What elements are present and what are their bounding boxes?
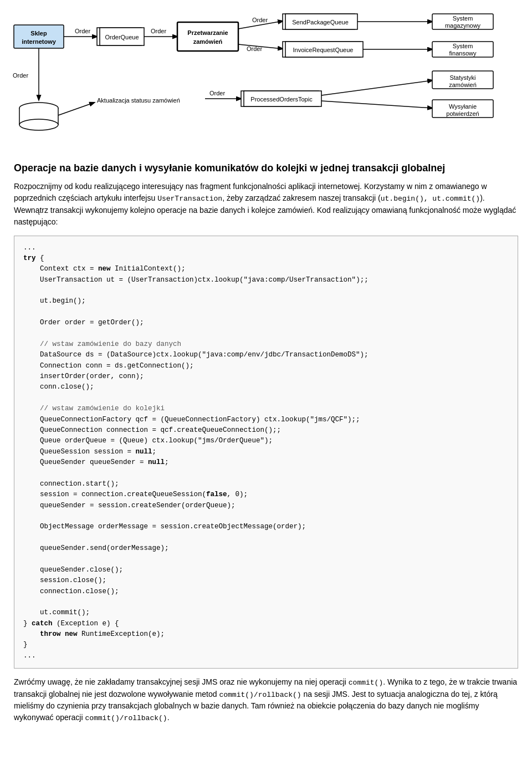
svg-text:Przetwarzanie: Przetwarzanie: [187, 29, 228, 36]
svg-text:Sklep: Sklep: [30, 30, 47, 37]
svg-text:Aktualizacja statusu zamówień: Aktualizacja statusu zamówień: [97, 97, 180, 104]
svg-text:Wysyłanie: Wysyłanie: [449, 103, 477, 110]
comment-baza: // wstaw zamówienie do bazy danych: [40, 340, 181, 348]
para2-code2: commit()/rollback(): [219, 691, 301, 699]
svg-text:zamówień: zamówień: [193, 38, 223, 45]
svg-text:magazynowy: magazynowy: [445, 22, 481, 29]
svg-text:Order: Order: [209, 90, 225, 96]
string-usertransaction: "java:comp/UserTransaction": [244, 276, 356, 284]
svg-text:Order: Order: [252, 17, 268, 23]
svg-point-37: [19, 119, 58, 130]
page-heading: Operacje na bazie danych i wysyłanie kom…: [14, 162, 518, 174]
svg-text:System: System: [453, 43, 473, 49]
svg-text:potwierdzeń: potwierdzeń: [446, 110, 479, 117]
para2-code3: commit()/rollback(): [85, 714, 167, 722]
paragraph-2: Zwróćmy uwagę, że nie zakładamy transakc…: [14, 676, 518, 724]
svg-text:Order: Order: [151, 28, 166, 34]
keyword-null1: null: [136, 448, 152, 456]
keyword-new2: new: [65, 630, 78, 638]
keyword-throw: throw: [40, 630, 61, 638]
code-line-dots1: ...: [23, 244, 36, 252]
svg-rect-10: [177, 22, 238, 51]
string-qcf: "jms/QCF": [310, 416, 348, 424]
svg-text:OrderQueue: OrderQueue: [105, 34, 139, 40]
zero-literal: 0: [236, 491, 240, 498]
string-orderqueue: "jms/OrderQueue": [198, 437, 264, 445]
svg-text:SendPackageQueue: SendPackageQueue: [292, 19, 349, 26]
keyword-catch: catch: [32, 620, 53, 628]
para2-end: .: [167, 713, 170, 722]
svg-text:Order: Order: [75, 28, 90, 34]
para2-code1: commit(): [349, 679, 383, 687]
paragraph-1: Rozpocznijmy od kodu realizującego inter…: [14, 181, 518, 228]
svg-text:InvoiceRequestQueue: InvoiceRequestQueue: [293, 47, 354, 53]
architecture-diagram: Sklep internetowy Order OrderQueue Order…: [11, 11, 521, 146]
keyword-try: try: [23, 254, 36, 262]
svg-text:Order: Order: [13, 72, 28, 79]
keyword-new1: new: [98, 265, 111, 273]
keyword-null2: null: [148, 458, 165, 466]
para2-start: Zwróćmy uwagę, że nie zakładamy transakc…: [14, 677, 349, 686]
string-datasource: "java:comp/env/jdbc/TransactionDemoDS": [202, 351, 360, 359]
svg-text:finansowy: finansowy: [449, 50, 477, 57]
main-content: Operacje na bazie danych i wysyłanie kom…: [11, 162, 521, 724]
svg-line-46: [321, 101, 432, 108]
para1-code2: ut.begin(), ut.commit(): [381, 195, 480, 203]
svg-text:ProcessedOrdersTopic: ProcessedOrdersTopic: [250, 96, 313, 103]
svg-text:zamówień: zamówień: [449, 81, 477, 88]
para1-code1: UserTransaction: [157, 195, 222, 203]
svg-text:internetowy: internetowy: [22, 38, 57, 45]
code-block: ... try { Context ctx = new InitialConte…: [14, 236, 518, 669]
comment-kolejka: // wstaw zamówienie do kolejki: [40, 405, 165, 412]
para1-text-b: , żeby zarządzać zakresem naszej transak…: [222, 193, 381, 202]
svg-text:Statystyki: Statystyki: [449, 74, 475, 81]
keyword-false: false: [206, 491, 227, 498]
svg-text:System: System: [453, 15, 473, 22]
svg-line-45: [321, 80, 432, 95]
svg-line-38: [58, 103, 94, 115]
code-line-dots2: ...: [23, 652, 36, 660]
svg-text:Order: Order: [247, 45, 262, 52]
